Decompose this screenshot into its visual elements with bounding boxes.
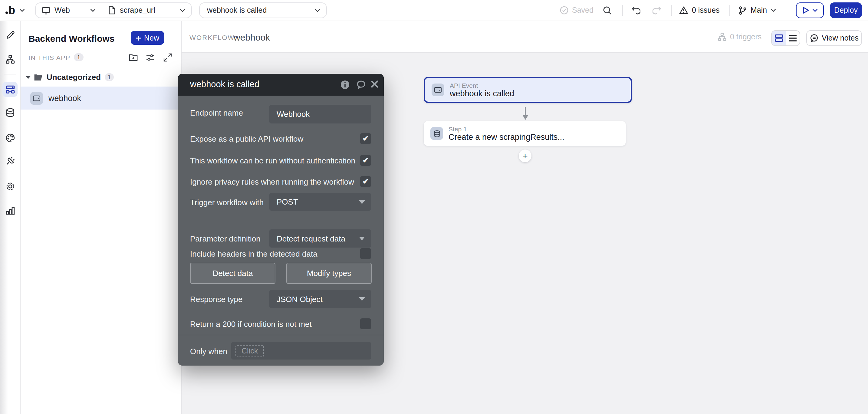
preview-run-button[interactable] [796,2,824,18]
info-icon[interactable] [341,81,349,89]
expand-panel-button[interactable] [163,53,172,62]
comment-bubble-icon[interactable] [356,81,366,89]
modal-header[interactable]: webhook is called [178,74,384,96]
undo-button[interactable] [631,0,641,21]
note-bubble-icon [810,34,818,42]
endpoint-name-value: Webhook [277,109,310,119]
folder-label: Uncategorized [46,73,101,82]
nav-plugins-plug-icon[interactable] [5,156,14,165]
modify-types-button[interactable]: Modify types [286,263,372,284]
workflow-prefix-label: WORKFLOW: [189,34,237,41]
play-icon [802,7,809,14]
nav-styles-palette-icon[interactable] [5,133,14,142]
card-view-button[interactable] [772,31,786,45]
issues-button[interactable]: 0 issues [679,0,720,21]
database-step-icon [430,127,443,140]
hamburger-list-icon [788,34,797,42]
warning-triangle-icon [679,6,688,14]
toolbar-divider [671,5,672,16]
endpoint-name-label: Endpoint name [190,108,243,118]
platform-dropdown[interactable]: Web [36,3,102,18]
canvas-header: WORKFLOW: webhook 0 triggers View notes [182,21,868,53]
sliders-icon [146,53,155,62]
node-title: Create a new scrapingResults... [448,132,564,142]
return-200-label: Return a 200 if condition is not met [190,320,312,329]
close-icon[interactable] [371,81,378,88]
deploy-button[interactable]: Deploy [830,2,862,18]
bubble-logo-icon [5,11,8,13]
response-type-value: JSON Object [277,294,322,304]
view-notes-label: View notes [822,34,859,42]
search-button[interactable] [603,0,612,21]
page-dropdown[interactable]: scrape_url [102,3,191,18]
backend-workflows-panel: Backend Workflows New IN THIS APP 1 Unca… [21,21,182,414]
chevron-down-icon [171,8,185,12]
api-event-icon [432,84,444,96]
caret-down-icon[interactable] [25,75,31,79]
nav-data-database-icon[interactable] [5,108,14,117]
no-auth-checkbox[interactable] [360,155,371,166]
new-folder-button[interactable] [129,53,138,62]
add-step-button[interactable]: + [519,150,531,162]
nav-divider [4,74,17,74]
include-headers-label: Include headers in the detected data [190,249,317,258]
dropdown-triangle-icon [359,297,365,301]
workflow-item-label: webhook [49,94,81,103]
filter-settings-button[interactable] [146,53,155,62]
toolbar-divider [730,5,730,16]
context-switcher: Web scrape_url [35,2,192,18]
workflow-name: webhook [234,32,270,42]
expose-api-label: Expose as a public API workflow [190,134,303,144]
git-branch-icon [739,6,747,15]
in-this-app-section: IN THIS APP 1 [28,53,84,61]
search-icon [603,6,612,15]
chevron-down-icon [19,8,25,12]
trigger-with-label: Trigger workflow with [190,198,264,207]
nav-settings-gear-icon[interactable] [5,182,14,191]
nav-backend-workflows-icon[interactable] [5,85,14,94]
return-200-checkbox[interactable] [360,318,371,329]
stacked-cards-icon [774,34,783,42]
workflow-list-item-webhook[interactable]: webhook [21,87,182,109]
trigger-method-value: POST [277,197,298,206]
response-type-dropdown[interactable]: JSON Object [269,290,371,308]
main-nav-iconbar [0,21,21,414]
save-status: Saved [560,0,593,21]
new-workflow-label: New [144,34,159,42]
nav-logs-chart-icon[interactable] [5,206,14,215]
panel-title: Backend Workflows [28,33,115,43]
modal-title: webhook is called [190,79,259,89]
trigger-method-dropdown[interactable]: POST [269,193,371,211]
nav-pages-sitemap-icon[interactable] [5,55,14,64]
expose-api-checkbox[interactable] [360,133,371,144]
workflow-node-api-event[interactable]: API Event webhook is called [424,77,632,103]
redo-button[interactable] [652,0,661,21]
detect-data-button[interactable]: Detect data [190,263,275,284]
bubble-logo-letter: b [8,4,15,17]
new-workflow-button[interactable]: New [131,31,164,45]
branch-dropdown[interactable]: Main [739,0,776,21]
chevron-down-icon [771,8,776,12]
view-mode-toggle [771,30,800,46]
branch-label: Main [751,6,767,14]
bubble-logo-menu[interactable]: b [5,0,25,21]
endpoint-name-input[interactable]: Webhook [269,105,371,124]
chevron-down-icon [82,8,96,12]
include-headers-checkbox[interactable] [360,248,371,259]
view-notes-button[interactable]: View notes [806,30,862,46]
list-view-button[interactable] [786,31,800,45]
nav-design-pencil-icon[interactable] [5,31,14,40]
folder-plus-icon [129,53,138,62]
issues-label: 0 issues [692,6,720,14]
page-file-icon [108,6,116,14]
workflow-node-step-1[interactable]: Step 1 Create a new scrapingResults... [424,121,626,146]
no-auth-label: This workflow can be run without authent… [190,156,355,165]
top-toolbar: b Web scrape_url [0,0,868,21]
folder-row-uncategorized[interactable]: Uncategorized 1 [21,73,181,82]
parameter-definition-dropdown[interactable]: Detect request data [269,229,371,248]
ignore-privacy-checkbox[interactable] [360,176,371,187]
dropdown-triangle-icon [359,200,365,204]
only-when-input[interactable]: Click [231,342,371,359]
event-properties-modal: webhook is called Endpoint name Webhook … [178,74,384,365]
workflow-selector-dropdown[interactable]: webhook is called [199,2,327,18]
